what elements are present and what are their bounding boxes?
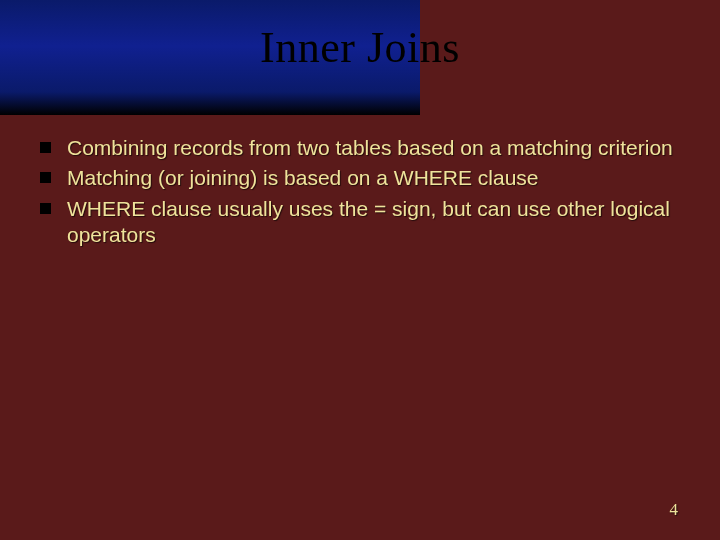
square-bullet-icon: [40, 142, 51, 153]
list-item: Combining records from two tables based …: [40, 135, 680, 161]
bullet-text: Combining records from two tables based …: [67, 135, 680, 161]
list-item: Matching (or joining) is based on a WHER…: [40, 165, 680, 191]
square-bullet-icon: [40, 203, 51, 214]
square-bullet-icon: [40, 172, 51, 183]
list-item: WHERE clause usually uses the = sign, bu…: [40, 196, 680, 249]
bullet-text: WHERE clause usually uses the = sign, bu…: [67, 196, 680, 249]
slide: Inner Joins Combining records from two t…: [0, 0, 720, 540]
page-number: 4: [670, 500, 679, 520]
bullet-text: Matching (or joining) is based on a WHER…: [67, 165, 680, 191]
slide-title: Inner Joins: [0, 22, 720, 73]
slide-body: Combining records from two tables based …: [40, 135, 680, 252]
